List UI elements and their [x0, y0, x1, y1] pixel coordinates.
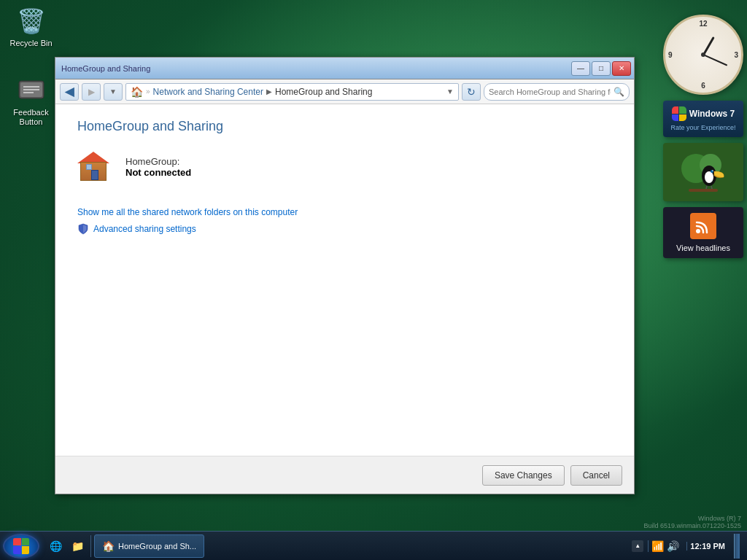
clock-center — [701, 52, 705, 57]
orb-green — [679, 106, 686, 114]
address-dropdown-btn[interactable]: ▼ — [446, 88, 454, 96]
orb-r — [13, 538, 21, 546]
address-separator2: ▶ — [266, 88, 272, 96]
clock-12: 12 — [699, 20, 707, 28]
advanced-sharing-link-item[interactable]: Advanced sharing settings — [77, 223, 612, 235]
system-tray-icons: 📶 🔊 — [648, 540, 682, 552]
recent-button[interactable]: ▼ — [104, 83, 123, 101]
build-info: Windows (R) 7 Build 6519.winmain.071220-… — [643, 515, 741, 529]
notification-chevron[interactable]: ▲ — [632, 540, 643, 552]
clock-3: 3 — [734, 51, 738, 59]
homegroup-status: Not connected — [125, 167, 191, 178]
breadcrumb-current: HomeGroup and Sharing — [275, 87, 372, 97]
search-input[interactable] — [489, 88, 611, 96]
build-number: Build 6519.winmain.071220-1525 — [643, 522, 741, 529]
network-icon[interactable]: 📶 — [651, 540, 664, 552]
homegroup-taskbar-button[interactable]: 🏠 HomeGroup and Sh... — [94, 534, 204, 558]
homegroup-label: HomeGroup: — [125, 156, 191, 167]
homegroup-window: HomeGroup and Sharing — □ ✕ ◀ ▶ ▼ 🏠 » — [55, 57, 635, 494]
title-bar-buttons: — □ ✕ — [571, 61, 631, 76]
homegroup-house-icon — [77, 149, 114, 185]
advanced-sharing-link[interactable]: Advanced sharing settings — [93, 224, 196, 234]
feedback-button-label: Feedback Button — [7, 108, 55, 127]
toucan-widget — [663, 143, 743, 201]
recycle-bin-label: Recycle Bin — [9, 39, 52, 48]
orb-g — [22, 538, 30, 546]
start-button[interactable] — [3, 534, 39, 559]
homegroup-info: HomeGroup: Not connected — [77, 149, 612, 185]
title-bar: HomeGroup and Sharing — □ ✕ — [55, 58, 634, 79]
headlines-widget[interactable]: View headlines — [663, 207, 743, 258]
headlines-label: View headlines — [676, 244, 730, 252]
svg-point-11 — [712, 170, 713, 171]
clock-minute-hand — [703, 54, 728, 66]
back-button[interactable]: ◀ — [60, 83, 79, 101]
breadcrumb-parent: Network and Sharing Center — [153, 87, 263, 97]
clock-face: 12 3 6 9 — [665, 17, 741, 93]
refresh-icon: ↻ — [467, 86, 476, 98]
clock-9: 9 — [668, 51, 673, 59]
window-content: HomeGroup and Sharing HomeGroup: Not con… — [55, 104, 634, 456]
taskbar-folder-button[interactable]: 📁 — [67, 536, 88, 556]
clock-widget: 12 3 6 9 — [663, 15, 743, 95]
win7-title: Windows 7 — [689, 109, 735, 119]
window-footer: Save Changes Cancel — [55, 456, 634, 494]
win7-logo: Windows 7 — [672, 106, 735, 121]
ie-icon: 🌐 — [50, 540, 62, 552]
home-icon: 🏠 — [131, 86, 143, 98]
desktop: 🗑️ Recycle Bin Feedback Button HomeGroup… — [0, 0, 747, 560]
address-separator1: » — [146, 88, 150, 96]
show-desktop-button[interactable] — [734, 534, 740, 559]
taskbar-right: ▲ 📶 🔊 12:19 PM — [627, 532, 744, 560]
right-panel: 12 3 6 9 Windows 7 Rate yo — [659, 15, 747, 258]
clock-time: 12:19 PM — [690, 542, 725, 551]
search-box[interactable]: 🔍 — [484, 83, 630, 101]
cancel-button[interactable]: Cancel — [570, 465, 622, 486]
orb-red — [672, 106, 679, 114]
address-box[interactable]: 🏠 » Network and Sharing Center ▶ HomeGro… — [125, 83, 459, 101]
build-text: Windows (R) 7 — [643, 515, 741, 522]
svg-point-9 — [705, 171, 713, 183]
content-title: HomeGroup and Sharing — [77, 119, 612, 134]
house-door — [91, 170, 98, 180]
win7-subtitle: Rate your Experience! — [670, 124, 735, 131]
folder-icon: 📁 — [71, 540, 84, 552]
orb-blue — [672, 114, 679, 122]
maximize-button[interactable]: □ — [592, 61, 611, 76]
address-breadcrumb: 🏠 » Network and Sharing Center ▶ HomeGro… — [131, 86, 372, 98]
window-title: HomeGroup and Sharing — [61, 64, 150, 73]
feedback-button-icon[interactable]: Feedback Button — [4, 73, 58, 130]
rss-icon — [690, 213, 716, 239]
shared-folders-link[interactable]: Show me all the shared network folders o… — [77, 207, 298, 217]
taskbar-window-label: HomeGroup and Sh... — [118, 542, 196, 551]
address-bar: ◀ ▶ ▼ 🏠 » Network and Sharing Center ▶ H… — [55, 79, 634, 104]
house-window — [86, 164, 92, 170]
svg-point-15 — [696, 229, 700, 233]
taskbar-quicklaunch: 🌐 📁 — [42, 535, 91, 557]
taskbar: 🌐 📁 🏠 HomeGroup and Sh... ▲ 📶 🔊 12:19 PM — [0, 531, 747, 560]
taskbar-clock[interactable]: 12:19 PM — [686, 542, 728, 551]
house-body — [80, 162, 107, 181]
shield-icon — [77, 223, 89, 235]
orb-y — [22, 546, 30, 554]
save-changes-button[interactable]: Save Changes — [482, 465, 565, 486]
minimize-button[interactable]: — — [571, 61, 590, 76]
orb-yellow — [679, 114, 686, 122]
orb-b — [13, 546, 21, 554]
clock-6: 6 — [701, 82, 705, 90]
refresh-button[interactable]: ↻ — [462, 83, 481, 101]
win7-orb — [672, 106, 686, 121]
search-icon: 🔍 — [614, 87, 624, 97]
window-taskbar-icon: 🏠 — [102, 540, 114, 552]
homegroup-text: HomeGroup: Not connected — [125, 156, 191, 178]
recycle-bin-icon[interactable]: 🗑️ Recycle Bin — [4, 4, 58, 51]
win7-widget[interactable]: Windows 7 Rate your Experience! — [663, 101, 743, 137]
close-button[interactable]: ✕ — [612, 61, 631, 76]
volume-icon[interactable]: 🔊 — [667, 540, 679, 552]
forward-button[interactable]: ▶ — [82, 83, 101, 101]
taskbar-ie-button[interactable]: 🌐 — [45, 536, 66, 556]
start-orb — [13, 538, 29, 554]
svg-rect-14 — [689, 189, 718, 192]
shared-folders-link-item[interactable]: Show me all the shared network folders o… — [77, 207, 612, 217]
